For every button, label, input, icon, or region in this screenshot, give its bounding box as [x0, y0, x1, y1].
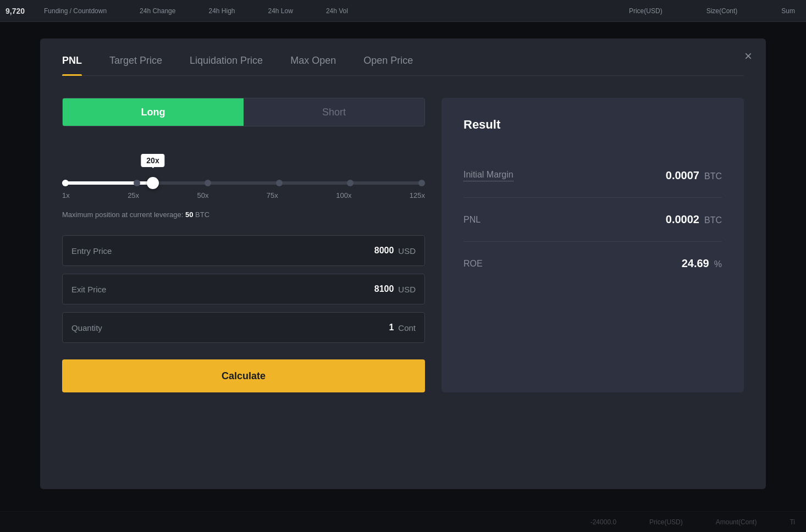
col-price-usd: Price(USD) [629, 7, 663, 15]
tab-target-price[interactable]: Target Price [109, 55, 162, 75]
long-short-toggle: Long Short [62, 98, 425, 126]
slider-labels: 1x 25x 50x 75x 100x 125x [62, 191, 425, 199]
topbar-24h-high: 24h High [208, 7, 235, 15]
tick-label-2: 25x [128, 191, 139, 199]
left-panel: Long Short 20x [62, 98, 425, 392]
initial-margin-label: Initial Margin [463, 170, 514, 181]
quantity-field[interactable]: Quantity 1 Cont [62, 312, 425, 343]
roe-label: ROE [463, 259, 483, 269]
tab-liquidation-price[interactable]: Liquidation Price [190, 55, 263, 75]
max-position-label: Maximum position at current leverage: [62, 210, 183, 219]
col-sum: Sum [781, 7, 795, 15]
topbar-24h-change: 24h Change [140, 7, 175, 15]
tick-6 [418, 180, 425, 186]
result-title: Result [463, 118, 722, 132]
col-size-cont: Size(Cont) [706, 7, 738, 15]
result-row-pnl: PNL 0.0002 BTC [463, 198, 722, 242]
slider-thumb[interactable] [147, 177, 159, 189]
slider-fill [62, 181, 153, 185]
pnl-value: 0.0002 BTC [666, 213, 722, 226]
initial-margin-number: 0.0007 [666, 169, 699, 181]
tick-4 [276, 180, 283, 186]
result-row-roe: ROE 24.69 % [463, 242, 722, 285]
leverage-badge: 20x [141, 154, 164, 167]
result-panel: Result Initial Margin 0.0007 BTC PNL 0.0… [441, 98, 744, 392]
tab-bar: PNL Target Price Liquidation Price Max O… [62, 55, 744, 76]
max-position-value: 50 [185, 210, 193, 219]
tick-label-4: 75x [267, 191, 278, 199]
roe-number: 24.69 [682, 257, 709, 269]
quantity-label: Quantity [71, 323, 389, 332]
roe-value: 24.69 % [682, 257, 722, 270]
topbar-24h-low: 24h Low [268, 7, 293, 15]
tick-label-5: 100x [336, 191, 351, 199]
exit-price-label: Exit Price [71, 285, 374, 294]
close-button[interactable]: × [744, 49, 752, 63]
initial-margin-unit: BTC [704, 171, 722, 181]
entry-price-label: Entry Price [71, 246, 374, 256]
exit-price-field[interactable]: Exit Price 8100 USD [62, 274, 425, 304]
tick-3 [205, 180, 211, 186]
max-position-unit: BTC [195, 210, 209, 219]
calculate-button[interactable]: Calculate [62, 359, 425, 392]
tick-label-3: 50x [197, 191, 208, 199]
result-row-initial-margin: Initial Margin 0.0007 BTC [463, 154, 722, 198]
tab-pnl[interactable]: PNL [62, 55, 82, 75]
entry-price-field[interactable]: Entry Price 8000 USD [62, 235, 425, 266]
tick-label-6: 125x [410, 191, 425, 199]
slider-track[interactable] [62, 181, 425, 185]
pnl-label: PNL [463, 215, 481, 225]
entry-price-value: 8000 [374, 246, 394, 256]
tick-5 [347, 180, 354, 186]
topbar-24h-vol: 24h Vol [326, 7, 348, 15]
roe-unit: % [714, 259, 722, 269]
modal-overlay: × PNL Target Price Liquidation Price Max… [0, 22, 806, 532]
quantity-value: 1 [389, 323, 394, 332]
exit-price-value: 8100 [374, 284, 394, 294]
max-position-text: Maximum position at current leverage: 50… [62, 210, 425, 219]
right-header: Price(USD) Size(Cont) Sum [629, 0, 806, 22]
tick-label-1: 1x [62, 191, 70, 199]
quantity-unit: Cont [398, 323, 416, 332]
calculator-modal: × PNL Target Price Liquidation Price Max… [40, 38, 766, 489]
pnl-number: 0.0002 [666, 213, 699, 225]
initial-margin-value: 0.0007 BTC [666, 169, 722, 182]
tab-max-open[interactable]: Max Open [290, 55, 336, 75]
current-price: 9,720 [5, 7, 25, 15]
pnl-unit: BTC [704, 215, 722, 225]
entry-price-unit: USD [398, 246, 416, 256]
long-button[interactable]: Long [63, 98, 244, 126]
topbar-funding: Funding / Countdown [44, 7, 107, 15]
modal-body: Long Short 20x [62, 98, 744, 392]
leverage-area: 20x 1x [62, 154, 425, 199]
exit-price-unit: USD [398, 285, 416, 294]
short-button[interactable]: Short [244, 98, 424, 126]
tab-open-price[interactable]: Open Price [363, 55, 413, 75]
